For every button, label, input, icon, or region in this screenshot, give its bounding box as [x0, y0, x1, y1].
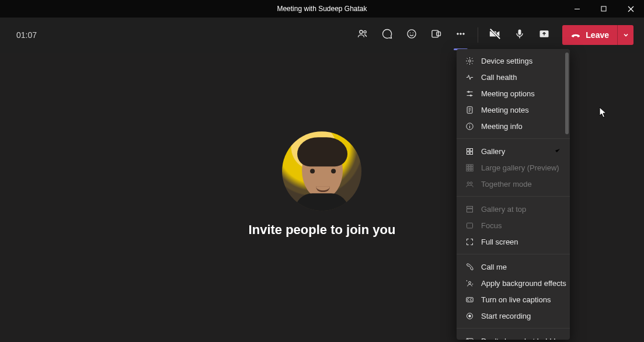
share-screen-icon [538, 28, 550, 42]
menu-scrollbar[interactable] [565, 53, 569, 134]
cc-icon [465, 295, 474, 304]
leave-button[interactable]: Leave [562, 25, 617, 45]
menu-divider [457, 254, 570, 254]
grid-large-icon [465, 163, 474, 172]
hangup-icon [570, 29, 581, 41]
menu-item-label: Together mode [481, 180, 532, 189]
more-icon [455, 28, 467, 42]
svg-point-52 [468, 315, 471, 317]
rooms-button[interactable] [424, 23, 448, 47]
people-button[interactable] [350, 23, 375, 47]
svg-rect-35 [466, 164, 468, 166]
leave-label: Leave [586, 30, 609, 40]
toolbar-icons [350, 23, 556, 47]
menu-item-meeting-options[interactable]: Meeting options [457, 85, 570, 102]
menu-item-meeting-info[interactable]: Meeting info [457, 118, 570, 134]
call-toolbar: 01:07 Leave [0, 18, 644, 53]
window-controls [563, 0, 644, 18]
grid-icon [465, 146, 474, 156]
menu-item-meeting-notes[interactable]: Meeting notes [457, 102, 570, 118]
menu-item-call-health[interactable]: Call health [457, 69, 570, 85]
menu-divider [457, 138, 570, 139]
reactions-button[interactable] [399, 23, 424, 47]
share-button[interactable] [532, 23, 556, 47]
svg-rect-37 [471, 164, 473, 166]
svg-point-30 [469, 124, 469, 125]
menu-item-label: Large gallery (Preview) [481, 163, 559, 172]
svg-rect-34 [470, 152, 472, 154]
camera-toggle-button[interactable] [483, 23, 507, 47]
svg-rect-47 [467, 208, 472, 212]
center-stage: Invite people to join you [249, 131, 396, 238]
self-avatar [282, 131, 361, 211]
svg-point-8 [413, 33, 414, 34]
svg-point-13 [463, 33, 465, 35]
menu-item-label: Don't show chat bubbles [481, 337, 563, 340]
svg-rect-33 [467, 152, 469, 154]
svg-rect-38 [466, 166, 468, 168]
more-actions-button[interactable] [448, 23, 473, 47]
svg-rect-16 [518, 30, 521, 35]
svg-point-5 [364, 31, 366, 33]
menu-item-device-settings[interactable]: Device settings [457, 53, 570, 69]
check-icon [554, 146, 562, 156]
menu-item-focus: Focus [457, 217, 570, 233]
sliders-icon [465, 89, 474, 98]
menu-item-live-captions[interactable]: Turn on live captions [457, 291, 570, 308]
mic-toggle-button[interactable] [507, 23, 532, 47]
svg-point-19 [468, 60, 471, 62]
svg-point-4 [360, 30, 363, 33]
svg-rect-9 [432, 30, 438, 37]
bubble-off-icon [465, 336, 474, 340]
call-timer: 01:07 [16, 30, 37, 40]
menu-divider [457, 196, 570, 197]
effects-icon [465, 278, 474, 288]
minimize-button[interactable] [563, 0, 590, 18]
close-button[interactable] [617, 0, 644, 18]
svg-rect-32 [470, 148, 472, 151]
svg-rect-48 [467, 223, 472, 228]
svg-rect-39 [468, 166, 470, 168]
menu-item-together-mode: Together mode [457, 176, 570, 192]
menu-item-label: Gallery [481, 147, 505, 156]
menu-item-label: Turn on live captions [481, 295, 551, 304]
menu-item-chat-bubbles[interactable]: Don't show chat bubbles [457, 333, 570, 340]
chat-icon [381, 28, 393, 42]
svg-rect-42 [468, 169, 470, 171]
menu-item-gallery[interactable]: Gallery [457, 143, 570, 159]
svg-point-44 [467, 182, 469, 184]
menu-divider [457, 328, 570, 329]
pulse-icon [465, 72, 474, 82]
chat-button[interactable] [375, 23, 399, 47]
menu-item-background-effects[interactable]: Apply background effects [457, 275, 570, 291]
menu-item-label: Call health [481, 73, 517, 82]
menu-item-call-me[interactable]: Call me [457, 259, 570, 275]
menu-item-label: Focus [481, 221, 502, 230]
leave-group: Leave [562, 25, 633, 45]
people-icon [357, 28, 368, 42]
svg-rect-40 [471, 166, 473, 168]
svg-point-49 [468, 281, 471, 284]
gear-icon [465, 56, 474, 65]
menu-item-label: Full screen [481, 238, 518, 246]
leave-options-button[interactable] [617, 25, 633, 45]
mic-icon [514, 28, 525, 42]
maximize-button[interactable] [590, 0, 617, 18]
together-icon [465, 179, 474, 189]
menu-item-label: Start recording [481, 312, 531, 320]
menu-item-large-gallery: Large gallery (Preview) [457, 159, 570, 176]
menu-item-label: Call me [481, 263, 507, 271]
reactions-icon [406, 28, 417, 42]
notes-icon [465, 105, 474, 114]
svg-point-11 [457, 33, 459, 35]
svg-point-7 [410, 33, 411, 34]
menu-item-label: Meeting notes [481, 106, 529, 114]
menu-item-label: Meeting options [481, 89, 535, 98]
menu-item-start-recording[interactable]: Start recording [457, 308, 570, 324]
toolbar-divider [478, 27, 478, 43]
svg-point-12 [460, 33, 462, 35]
svg-rect-43 [471, 169, 473, 171]
svg-rect-31 [467, 148, 469, 151]
menu-item-full-screen[interactable]: Full screen [457, 233, 570, 250]
invite-heading: Invite people to join you [249, 222, 396, 238]
